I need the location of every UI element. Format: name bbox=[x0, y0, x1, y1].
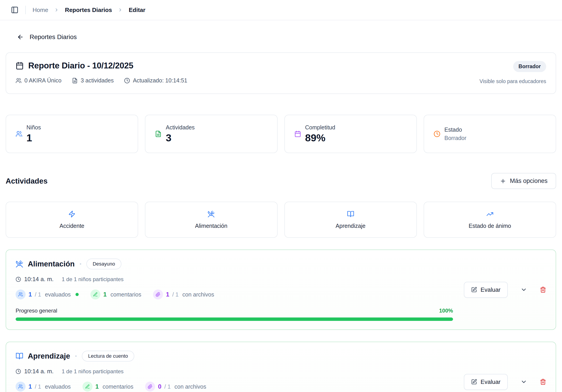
progress-track bbox=[16, 317, 453, 321]
activity-type-cards: Accidente Alimentación Aprendizaje Estad… bbox=[6, 202, 556, 238]
file-text-icon bbox=[155, 131, 162, 137]
summary-card-ninos: Niños 1 bbox=[6, 115, 138, 153]
clock-icon bbox=[124, 78, 130, 84]
report-meta-updated: Actualizado: 10:14:51 bbox=[124, 77, 187, 84]
files-stat: 1 / 1 con archivos bbox=[153, 290, 214, 299]
comments-value: 1 bbox=[95, 383, 99, 390]
files-total: / 1 bbox=[164, 383, 171, 390]
activity-card-actions: Evaluar bbox=[464, 282, 546, 298]
page: Home Reportes Diarios Editar Reportes Di… bbox=[0, 0, 562, 392]
activity-card-title: Aprendizaje bbox=[28, 352, 70, 360]
report-meta-activities: 3 actividades bbox=[72, 77, 114, 84]
evaluated-stat: 1 / 1 evaluados bbox=[16, 290, 79, 299]
activity-time: 10:14 a. m. bbox=[24, 276, 54, 283]
summary-value: Borrador bbox=[445, 135, 466, 141]
type-card-estado-de-animo[interactable]: Estado de ánimo bbox=[424, 202, 556, 238]
users-icon bbox=[16, 290, 25, 299]
back-link-label: Reportes Diarios bbox=[30, 34, 77, 41]
delete-button[interactable] bbox=[540, 379, 546, 385]
sidebar-toggle-button[interactable] bbox=[11, 6, 19, 14]
trending-up-icon bbox=[486, 211, 493, 218]
comments-stat: 1 comentarios bbox=[82, 382, 133, 392]
type-card-label: Accidente bbox=[59, 223, 84, 229]
report-header-left: Reporte Diario - 10/12/2025 0 AKIRA Únic… bbox=[16, 61, 187, 84]
evaluated-label: evaluados bbox=[45, 383, 71, 390]
top-bar: Home Reportes Diarios Editar bbox=[0, 0, 562, 20]
visibility-note: Visible solo para educadores bbox=[480, 78, 546, 84]
report-header-right: Borrador Visible solo para educadores bbox=[480, 61, 546, 84]
complete-dot bbox=[75, 293, 79, 296]
files-label: con archivos bbox=[182, 291, 214, 298]
trash-icon bbox=[540, 287, 546, 293]
comments-label: comentarios bbox=[111, 291, 141, 298]
back-link[interactable]: Reportes Diarios bbox=[17, 34, 562, 41]
activity-card-main: Aprendizaje • Lectura de cuento 10:14 a.… bbox=[16, 351, 453, 392]
activity-tag-badge: Lectura de cuento bbox=[82, 351, 134, 361]
chevron-down-icon bbox=[520, 286, 527, 293]
clock-icon bbox=[16, 369, 21, 374]
more-options-label: Más opciones bbox=[510, 178, 548, 184]
files-value: 0 bbox=[158, 383, 161, 390]
trash-icon bbox=[540, 379, 546, 385]
summary-card-actividades: Actividades 3 bbox=[145, 115, 277, 153]
summary-label: Niños bbox=[26, 124, 41, 131]
book-open-icon bbox=[16, 352, 23, 360]
clock-icon bbox=[433, 131, 440, 137]
summary-label: Completitud bbox=[305, 124, 335, 131]
more-options-button[interactable]: Más opciones bbox=[491, 173, 556, 189]
chevron-right-icon bbox=[54, 7, 59, 12]
topbar-divider bbox=[25, 6, 26, 14]
panel-left-icon bbox=[11, 6, 19, 14]
activity-participants: 1 de 1 niños participantes bbox=[62, 276, 124, 282]
breadcrumb-reportes-diarios[interactable]: Reportes Diarios bbox=[65, 7, 112, 13]
status-badge: Borrador bbox=[513, 61, 546, 72]
report-meta-children: 0 AKIRA Único bbox=[16, 77, 61, 84]
evaluated-total: / 1 bbox=[35, 291, 41, 298]
evaluate-button[interactable]: Evaluar bbox=[464, 374, 508, 390]
evaluated-value: 1 bbox=[28, 291, 32, 298]
zap-icon bbox=[68, 211, 75, 218]
summary-value: 1 bbox=[26, 132, 41, 144]
breadcrumb: Home Reportes Diarios Editar bbox=[33, 7, 145, 13]
summary-label: Estado bbox=[445, 126, 466, 133]
arrow-left-icon bbox=[17, 34, 24, 40]
progress-percent: 100% bbox=[439, 308, 453, 314]
plus-icon bbox=[500, 178, 506, 184]
evaluate-button-label: Evaluar bbox=[481, 286, 501, 293]
users-icon bbox=[16, 382, 25, 392]
evaluated-total: / 1 bbox=[35, 383, 41, 390]
comments-label: comentarios bbox=[103, 383, 133, 390]
expand-button[interactable] bbox=[520, 379, 527, 385]
utensils-crossed-icon bbox=[208, 211, 215, 218]
type-card-aprendizaje[interactable]: Aprendizaje bbox=[284, 202, 417, 238]
evaluated-label: evaluados bbox=[45, 291, 71, 298]
book-open-icon bbox=[347, 211, 354, 218]
expand-button[interactable] bbox=[520, 286, 527, 293]
activities-section-head: Actividades Más opciones bbox=[6, 173, 556, 189]
evaluate-button[interactable]: Evaluar bbox=[464, 282, 508, 298]
activity-time: 10:14 a. m. bbox=[24, 368, 54, 375]
chevron-down-icon bbox=[520, 379, 527, 385]
comments-value: 1 bbox=[103, 291, 107, 298]
clock-icon bbox=[16, 277, 21, 282]
files-total: / 1 bbox=[172, 291, 179, 298]
activity-card-actions: Evaluar bbox=[464, 374, 546, 390]
chevron-right-icon bbox=[118, 7, 123, 12]
progress-section: Progreso general 100% bbox=[16, 308, 453, 321]
files-stat: 0 / 1 con archivos bbox=[145, 382, 206, 392]
activity-card-main: Alimentación • Desayuno 10:14 a. m. 1 de… bbox=[16, 258, 453, 321]
activity-participants: 1 de 1 niños participantes bbox=[62, 368, 124, 375]
summary-value: 89% bbox=[305, 132, 335, 144]
delete-button[interactable] bbox=[540, 287, 546, 293]
square-pen-icon bbox=[471, 379, 477, 385]
type-card-label: Alimentación bbox=[195, 223, 227, 229]
type-card-label: Estado de ánimo bbox=[469, 223, 511, 229]
summary-label: Actividades bbox=[166, 124, 195, 131]
breadcrumb-home[interactable]: Home bbox=[33, 7, 48, 13]
users-icon bbox=[16, 131, 22, 137]
type-card-alimentacion[interactable]: Alimentación bbox=[145, 202, 277, 238]
type-card-accidente[interactable]: Accidente bbox=[6, 202, 138, 238]
calendar-icon bbox=[16, 62, 24, 70]
paperclip-icon bbox=[145, 382, 155, 392]
users-icon bbox=[16, 78, 22, 84]
